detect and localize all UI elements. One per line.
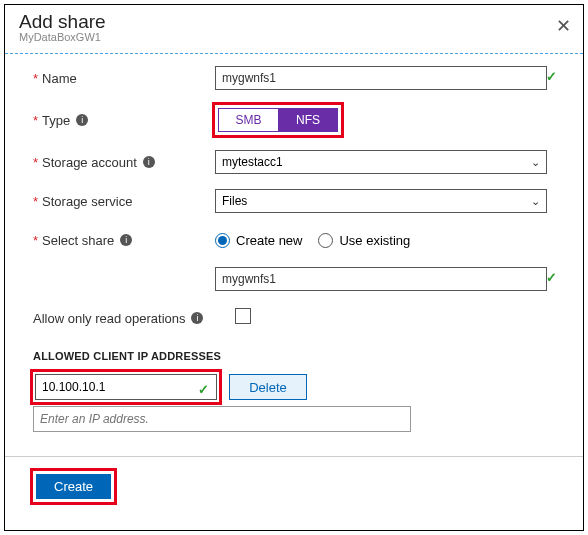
type-nfs-button[interactable]: NFS	[278, 108, 338, 132]
info-icon[interactable]: i	[191, 312, 203, 324]
select-share-label: Select share	[42, 233, 114, 248]
type-label: Type	[42, 113, 70, 128]
share-name-input[interactable]	[215, 267, 547, 291]
allow-read-checkbox[interactable]	[235, 308, 251, 324]
storage-account-label: Storage account	[42, 155, 137, 170]
ip-section-title: ALLOWED CLIENT IP ADDRESSES	[33, 350, 565, 362]
allow-read-label: Allow only read operations	[33, 311, 185, 326]
info-icon[interactable]: i	[76, 114, 88, 126]
create-button[interactable]: Create	[36, 474, 111, 499]
info-icon[interactable]: i	[143, 156, 155, 168]
name-label: Name	[42, 71, 77, 86]
create-new-radio[interactable]: Create new	[215, 233, 302, 248]
panel-title: Add share	[19, 11, 569, 33]
panel-header: Add share MyDataBoxGW1	[5, 5, 583, 47]
ip-input-1[interactable]	[35, 374, 217, 400]
use-existing-radio[interactable]: Use existing	[318, 233, 410, 248]
type-smb-button[interactable]: SMB	[218, 108, 278, 132]
ip-input-new[interactable]	[33, 406, 411, 432]
chevron-down-icon: ⌄	[531, 156, 540, 169]
form: *Name *Typei SMB NFS *Storage accounti	[5, 54, 583, 432]
storage-service-label: Storage service	[42, 194, 132, 209]
delete-button[interactable]: Delete	[229, 374, 307, 400]
storage-account-select[interactable]: mytestacc1 ⌄	[215, 150, 547, 174]
info-icon[interactable]: i	[120, 234, 132, 246]
close-icon[interactable]: ✕	[556, 15, 571, 37]
chevron-down-icon: ⌄	[531, 195, 540, 208]
add-share-panel: Add share MyDataBoxGW1 ✕ *Name *Typei SM…	[4, 4, 584, 531]
storage-service-select[interactable]: Files ⌄	[215, 189, 547, 213]
name-input[interactable]	[215, 66, 547, 90]
